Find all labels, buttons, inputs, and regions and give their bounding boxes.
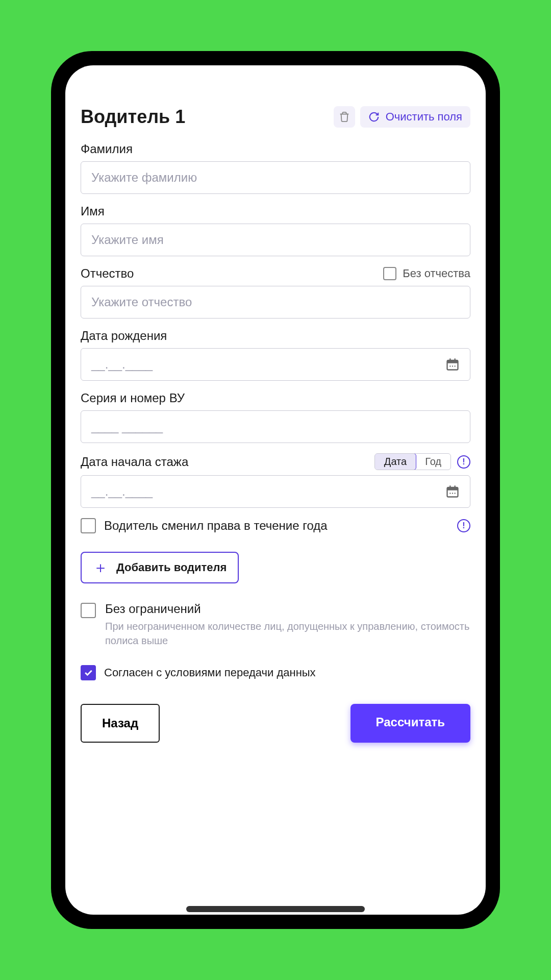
app-screen: Водитель 1 Очистить поля Фамилия Укажите… <box>65 65 486 915</box>
back-button[interactable]: Назад <box>81 704 160 743</box>
license-changed-row: Водитель сменил права в течение года ! <box>81 518 470 533</box>
field-license: Серия и номер ВУ ____ ______ <box>81 391 470 443</box>
plus-icon: ＋ <box>93 560 108 575</box>
lastname-label: Фамилия <box>81 142 133 156</box>
field-patronymic: Отчество Без отчества Укажите отчество <box>81 266 470 318</box>
add-driver-label: Добавить водителя <box>116 561 227 574</box>
patronymic-input[interactable]: Укажите отчество <box>81 286 470 318</box>
refresh-icon <box>368 111 380 122</box>
firstname-label: Имя <box>81 204 105 218</box>
svg-rect-2 <box>449 358 450 361</box>
segment-year-option[interactable]: Год <box>416 454 450 470</box>
no-patronymic-label: Без отчества <box>403 267 470 280</box>
segment-date-option[interactable]: Дата <box>374 453 416 470</box>
calendar-icon <box>445 484 460 499</box>
consent-row: Согласен с условиями передачи данных <box>81 665 470 680</box>
license-changed-label: Водитель сменил права в течение года <box>104 519 449 533</box>
svg-point-6 <box>455 365 456 366</box>
svg-point-5 <box>452 365 453 366</box>
svg-rect-10 <box>455 485 456 488</box>
svg-point-13 <box>455 493 456 494</box>
field-lastname: Фамилия Укажите фамилию <box>81 142 470 194</box>
footer-buttons: Назад Рассчитать <box>81 704 470 743</box>
svg-point-4 <box>449 365 450 366</box>
no-patronymic-checkbox[interactable] <box>383 267 396 280</box>
consent-label: Согласен с условиями передачи данных <box>104 666 316 679</box>
clear-fields-label: Очистить поля <box>386 110 462 124</box>
add-driver-button[interactable]: ＋ Добавить водителя <box>81 552 239 583</box>
no-limit-text: Без ограничений При неограниченном колич… <box>105 602 470 648</box>
svg-rect-8 <box>447 487 458 491</box>
svg-point-12 <box>452 493 453 494</box>
svg-rect-1 <box>447 360 458 363</box>
no-limit-checkbox[interactable] <box>81 603 96 618</box>
svg-point-11 <box>449 493 450 494</box>
birthdate-label: Дата рождения <box>81 329 167 343</box>
no-limit-subtitle: При неограниченном количестве лиц, допущ… <box>105 619 470 648</box>
birthdate-placeholder: __.__.____ <box>91 357 153 372</box>
check-icon <box>83 668 93 678</box>
license-changed-checkbox[interactable] <box>81 518 96 533</box>
clear-fields-button[interactable]: Очистить поля <box>360 106 470 128</box>
phone-frame: Водитель 1 Очистить поля Фамилия Укажите… <box>51 51 500 929</box>
calculate-button[interactable]: Рассчитать <box>350 704 470 743</box>
experience-info-icon[interactable]: ! <box>457 455 470 469</box>
patronymic-label: Отчество <box>81 266 134 281</box>
phone-home-bar <box>186 906 365 912</box>
license-label: Серия и номер ВУ <box>81 391 185 405</box>
page-title: Водитель 1 <box>81 106 185 128</box>
header-actions: Очистить поля <box>334 106 470 128</box>
lastname-input[interactable]: Укажите фамилию <box>81 161 470 194</box>
experience-mode-segment: Дата Год <box>374 453 451 470</box>
license-changed-info-icon[interactable]: ! <box>457 519 470 532</box>
no-limit-title: Без ограничений <box>105 602 470 616</box>
experience-label: Дата начала стажа <box>81 455 188 469</box>
delete-button[interactable] <box>334 106 355 128</box>
header: Водитель 1 Очистить поля <box>81 106 470 128</box>
no-patronymic-toggle[interactable]: Без отчества <box>383 267 470 280</box>
svg-rect-3 <box>455 358 456 361</box>
birthdate-input[interactable]: __.__.____ <box>81 348 470 381</box>
field-experience: Дата начала стажа Дата Год ! __.__.____ <box>81 453 470 508</box>
experience-placeholder: __.__.____ <box>91 484 153 499</box>
phone-inner: Водитель 1 Очистить поля Фамилия Укажите… <box>60 60 491 920</box>
firstname-input[interactable]: Укажите имя <box>81 224 470 256</box>
no-limit-block: Без ограничений При неограниченном колич… <box>81 602 470 648</box>
experience-controls: Дата Год ! <box>374 453 470 470</box>
svg-rect-9 <box>449 485 450 488</box>
consent-checkbox[interactable] <box>81 665 96 680</box>
calendar-icon <box>445 357 460 372</box>
experience-input[interactable]: __.__.____ <box>81 475 470 508</box>
trash-icon <box>339 111 350 122</box>
field-birthdate: Дата рождения __.__.____ <box>81 329 470 381</box>
field-firstname: Имя Укажите имя <box>81 204 470 256</box>
license-input[interactable]: ____ ______ <box>81 410 470 443</box>
